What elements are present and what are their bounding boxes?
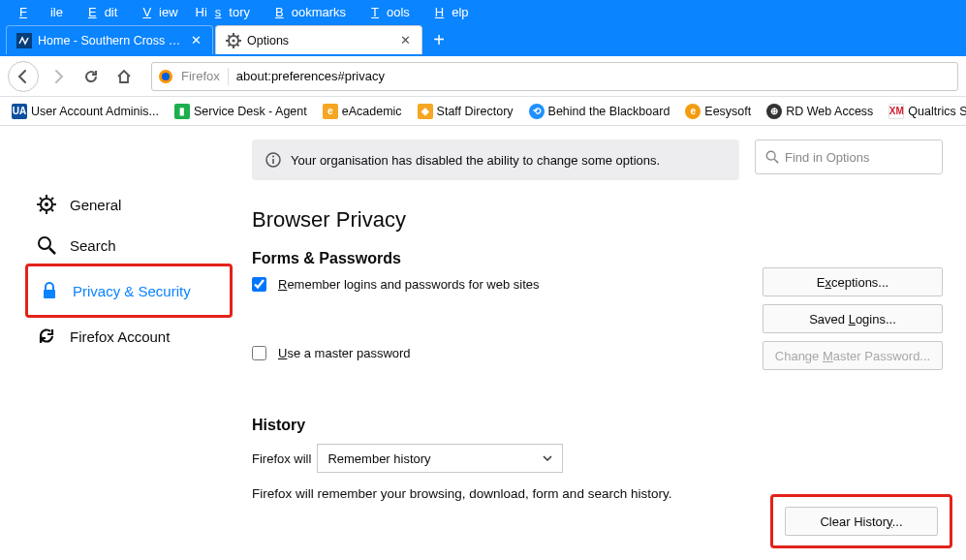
bookmark-item[interactable]: eeAcademic xyxy=(317,101,408,122)
checkbox-label: Use a master password xyxy=(278,346,411,360)
svg-point-29 xyxy=(766,151,775,160)
tabstrip: Home - Southern Cross Univer ✕ Options ✕… xyxy=(0,23,966,56)
svg-line-7 xyxy=(229,35,231,37)
category-privacy[interactable]: Privacy & Security xyxy=(28,270,230,311)
bookmark-item[interactable]: ▮Service Desk - Agent xyxy=(169,101,313,122)
url-text: about:preferences#privacy xyxy=(236,69,385,83)
bookmark-favicon: ◆ xyxy=(418,104,433,119)
category-label: Firefox Account xyxy=(70,328,170,345)
menu-bookmarks[interactable]: Bookmarks xyxy=(260,2,354,22)
tab-home[interactable]: Home - Southern Cross Univer ✕ xyxy=(6,25,213,54)
page-title: Browser Privacy xyxy=(252,207,943,233)
firefox-icon xyxy=(158,69,173,84)
svg-line-20 xyxy=(51,209,53,211)
close-icon[interactable]: ✕ xyxy=(189,33,203,47)
highlight-annotation: Clear History... xyxy=(770,494,952,548)
tab-title: Options xyxy=(247,34,398,47)
master-password-checkbox[interactable] xyxy=(252,346,266,360)
chevron-down-icon xyxy=(543,453,552,463)
svg-point-28 xyxy=(272,156,274,158)
bookmark-item[interactable]: XMQualtrics Support xyxy=(883,101,966,122)
bookmarks-toolbar: UAUser Account Adminis... ▮Service Desk … xyxy=(0,97,966,126)
category-general[interactable]: General xyxy=(25,184,233,225)
select-value: Remember history xyxy=(327,451,430,466)
url-bar[interactable]: Firefox about:preferences#privacy xyxy=(151,62,958,91)
menu-history[interactable]: History xyxy=(188,2,258,22)
bookmark-favicon: XM xyxy=(888,104,904,119)
section-heading: History xyxy=(252,417,943,434)
svg-rect-25 xyxy=(44,290,55,298)
policy-banner: Your organisation has disabled the abili… xyxy=(252,140,739,180)
bookmark-favicon: ⊕ xyxy=(766,104,782,119)
sync-icon xyxy=(37,327,56,346)
svg-line-22 xyxy=(51,198,53,200)
gear-icon xyxy=(37,195,56,214)
home-button[interactable] xyxy=(110,63,138,90)
preferences-content: General Search Privacy & Security Firefo… xyxy=(0,126,966,560)
menu-tools[interactable]: Tools xyxy=(356,2,418,22)
bookmark-favicon: e xyxy=(685,104,701,119)
svg-point-14 xyxy=(45,202,48,206)
bookmark-favicon: ⟲ xyxy=(529,104,545,119)
history-mode-select[interactable]: Remember history xyxy=(317,444,563,473)
forward-button[interactable] xyxy=(45,63,72,90)
menu-edit[interactable]: Edit xyxy=(73,2,125,22)
category-label: General xyxy=(70,197,121,213)
history-section: History Firefox will Remember history Fi… xyxy=(252,417,943,501)
label: Firefox will xyxy=(252,451,311,466)
highlight-annotation: Privacy & Security xyxy=(25,264,233,318)
category-search[interactable]: Search xyxy=(25,225,233,265)
remember-logins-checkbox[interactable] xyxy=(252,277,266,292)
reload-button[interactable] xyxy=(78,63,105,90)
bookmark-item[interactable]: eEesysoft xyxy=(679,101,757,122)
bookmark-item[interactable]: ⊕RD Web Access xyxy=(761,101,879,122)
svg-line-10 xyxy=(237,35,239,37)
button-column: Exceptions... Saved Logins... Change Mas… xyxy=(763,267,943,370)
bookmark-item[interactable]: UAUser Account Adminis... xyxy=(6,101,165,122)
search-icon xyxy=(37,235,56,255)
close-icon[interactable]: ✕ xyxy=(398,33,412,47)
category-label: Privacy & Security xyxy=(73,283,191,299)
bookmark-favicon: UA xyxy=(12,104,27,119)
new-tab-button[interactable]: + xyxy=(424,25,453,54)
gear-icon xyxy=(226,33,241,48)
menu-view[interactable]: View xyxy=(127,2,185,22)
clear-history-button[interactable]: Clear History... xyxy=(785,507,938,536)
lock-icon xyxy=(40,281,59,300)
checkbox-label: Remember logins and passwords for web si… xyxy=(278,277,540,292)
tab-favicon xyxy=(16,33,32,48)
categories-sidebar: General Search Privacy & Security Firefo… xyxy=(0,126,242,560)
menu-file[interactable]: File xyxy=(4,2,71,22)
menu-help[interactable]: Help xyxy=(420,2,477,22)
svg-point-2 xyxy=(232,39,234,42)
section-heading: Forms & Passwords xyxy=(252,250,943,267)
main-pane: Your organisation has disabled the abili… xyxy=(242,126,966,560)
svg-line-30 xyxy=(774,159,778,163)
info-icon xyxy=(265,152,281,168)
bookmark-favicon: e xyxy=(323,104,338,119)
svg-point-12 xyxy=(162,73,170,80)
back-button[interactable] xyxy=(8,61,39,92)
menubar: File Edit View History Bookmarks Tools H… xyxy=(0,0,966,23)
svg-line-8 xyxy=(237,44,239,46)
identity-label: Firefox xyxy=(181,69,220,83)
placeholder-text: Find in Options xyxy=(785,150,869,165)
svg-line-19 xyxy=(40,198,42,200)
saved-logins-button[interactable]: Saved Logins... xyxy=(763,304,943,333)
svg-point-23 xyxy=(39,237,50,249)
svg-line-9 xyxy=(229,44,231,46)
bookmark-item[interactable]: ⟲Behind the Blackboard xyxy=(523,101,676,122)
exceptions-button[interactable]: Exceptions... xyxy=(763,267,943,296)
svg-line-24 xyxy=(49,248,55,254)
svg-rect-27 xyxy=(272,159,274,164)
search-icon xyxy=(765,150,779,164)
search-input[interactable]: Find in Options xyxy=(755,140,943,174)
tab-options[interactable]: Options ✕ xyxy=(215,25,422,54)
bookmark-item[interactable]: ◆Staff Directory xyxy=(412,101,519,122)
svg-line-21 xyxy=(40,209,42,211)
category-account[interactable]: Firefox Account xyxy=(25,316,233,357)
separator xyxy=(228,68,229,85)
banner-text: Your organisation has disabled the abili… xyxy=(291,153,660,168)
tab-title: Home - Southern Cross Univer xyxy=(38,34,189,47)
category-label: Search xyxy=(70,237,116,254)
